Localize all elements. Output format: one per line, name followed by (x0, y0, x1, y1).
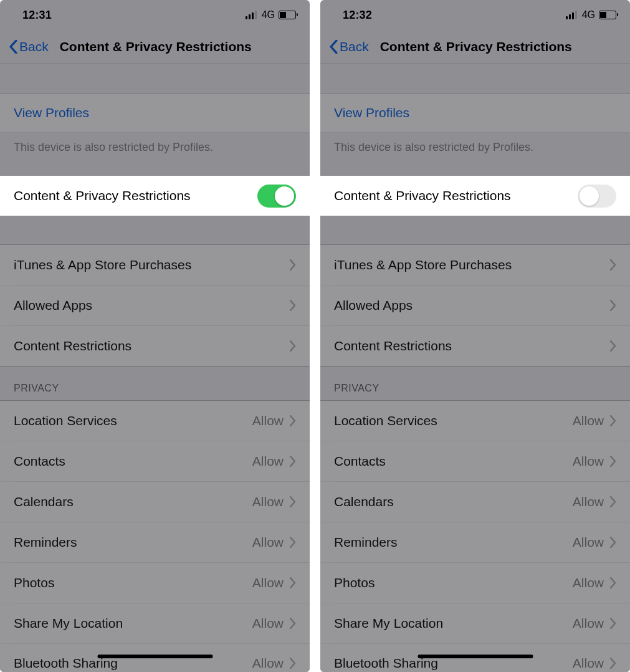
toggle-label: Content & Privacy Restrictions (14, 188, 257, 203)
content-privacy-toggle[interactable] (578, 185, 616, 208)
chevron-right-icon (290, 577, 296, 588)
status-time: 12:31 (22, 9, 52, 22)
location-services-row[interactable]: Location Services Allow (0, 401, 310, 441)
chevron-right-icon (290, 618, 296, 629)
row-label: Allowed Apps (334, 298, 610, 313)
row-value: Allow (252, 575, 284, 590)
chevron-right-icon (290, 456, 296, 467)
row-label: Photos (14, 575, 252, 590)
status-bar: 12:31 4G (0, 0, 310, 30)
allowed-apps-row[interactable]: Allowed Apps (0, 286, 310, 325)
chevron-right-icon (610, 340, 616, 352)
itunes-purchases-row[interactable]: iTunes & App Store Purchases (0, 245, 310, 285)
row-label: Share My Location (14, 616, 252, 631)
chevron-right-icon (290, 415, 296, 426)
chevron-right-icon (610, 537, 616, 548)
battery-icon (279, 11, 296, 19)
row-value: Allow (573, 575, 604, 590)
chevron-right-icon (290, 658, 296, 669)
status-bar: 12:32 4G (320, 0, 630, 30)
privacy-header: PRIVACY (320, 367, 630, 400)
row-label: Calendars (14, 494, 252, 509)
row-label: Allowed Apps (14, 298, 290, 313)
toggle-label: Content & Privacy Restrictions (334, 188, 578, 203)
content-restrictions-row[interactable]: Content Restrictions (0, 326, 310, 366)
row-label: Share My Location (334, 616, 573, 631)
itunes-purchases-row[interactable]: iTunes & App Store Purchases (320, 245, 630, 285)
chevron-right-icon (610, 658, 616, 669)
row-label: Contacts (334, 454, 573, 469)
privacy-header: PRIVACY (0, 367, 310, 400)
reminders-row[interactable]: Reminders Allow (0, 522, 310, 562)
contacts-row[interactable]: Contacts Allow (0, 441, 310, 481)
row-value: Allow (573, 494, 604, 509)
home-indicator (418, 655, 533, 658)
share-my-location-row[interactable]: Share My Location Allow (320, 603, 630, 643)
row-value: Allow (573, 616, 604, 631)
back-button[interactable]: Back (329, 39, 369, 54)
signal-icon (566, 11, 577, 19)
carrier-label: 4G (582, 9, 595, 21)
reminders-row[interactable]: Reminders Allow (320, 522, 630, 562)
chevron-right-icon (610, 577, 616, 588)
row-label: Location Services (334, 413, 573, 428)
row-label: Location Services (14, 413, 252, 428)
row-value: Allow (252, 616, 284, 631)
chevron-right-icon (610, 496, 616, 507)
row-value: Allow (573, 656, 604, 671)
profiles-note: This device is also restricted by Profil… (0, 133, 310, 154)
content-privacy-toggle-row[interactable]: Content & Privacy Restrictions (0, 176, 310, 216)
chevron-right-icon (290, 537, 296, 548)
calendars-row[interactable]: Calendars Allow (320, 482, 630, 522)
nav-bar: Back Content & Privacy Restrictions (0, 30, 310, 64)
chevron-right-icon (610, 618, 616, 629)
allowed-apps-row[interactable]: Allowed Apps (320, 286, 630, 325)
view-profiles-label: View Profiles (14, 105, 89, 120)
chevron-right-icon (290, 300, 296, 311)
photos-row[interactable]: Photos Allow (320, 563, 630, 603)
location-services-row[interactable]: Location Services Allow (320, 401, 630, 441)
row-label: Reminders (14, 535, 252, 550)
chevron-right-icon (290, 340, 296, 352)
chevron-right-icon (610, 259, 616, 271)
chevron-right-icon (290, 496, 296, 507)
view-profiles-link[interactable]: View Profiles (0, 93, 310, 133)
page-title: Content & Privacy Restrictions (60, 39, 252, 54)
back-button[interactable]: Back (9, 39, 49, 54)
contacts-row[interactable]: Contacts Allow (320, 441, 630, 481)
row-label: Calendars (334, 494, 573, 509)
page-title: Content & Privacy Restrictions (380, 39, 572, 54)
content-restrictions-row[interactable]: Content Restrictions (320, 326, 630, 366)
row-label: Reminders (334, 535, 573, 550)
carrier-label: 4G (262, 9, 275, 21)
photos-row[interactable]: Photos Allow (0, 563, 310, 603)
chevron-right-icon (610, 415, 616, 426)
row-value: Allow (252, 494, 284, 509)
chevron-left-icon (9, 40, 18, 54)
home-indicator (97, 655, 212, 658)
row-value: Allow (252, 535, 284, 550)
status-time: 12:32 (343, 9, 372, 22)
chevron-left-icon (329, 40, 338, 54)
calendars-row[interactable]: Calendars Allow (0, 482, 310, 522)
nav-bar: Back Content & Privacy Restrictions (320, 30, 630, 64)
share-my-location-row[interactable]: Share My Location Allow (0, 603, 310, 643)
row-label: Content Restrictions (334, 338, 610, 353)
back-label: Back (340, 39, 369, 54)
view-profiles-link[interactable]: View Profiles (320, 93, 630, 133)
row-value: Allow (252, 413, 284, 428)
back-label: Back (19, 39, 49, 54)
chevron-right-icon (610, 456, 616, 467)
row-value: Allow (573, 454, 604, 469)
screen-left: 12:31 4G Back Content & Privacy Restrict… (0, 0, 310, 672)
chevron-right-icon (290, 259, 296, 271)
signal-icon (246, 11, 257, 19)
row-label: Contacts (14, 454, 252, 469)
row-value: Allow (573, 413, 604, 428)
row-label: iTunes & App Store Purchases (14, 257, 290, 272)
chevron-right-icon (610, 300, 616, 311)
view-profiles-label: View Profiles (334, 105, 409, 120)
row-value: Allow (573, 535, 604, 550)
content-privacy-toggle[interactable] (257, 185, 296, 208)
content-privacy-toggle-row[interactable]: Content & Privacy Restrictions (320, 176, 630, 216)
